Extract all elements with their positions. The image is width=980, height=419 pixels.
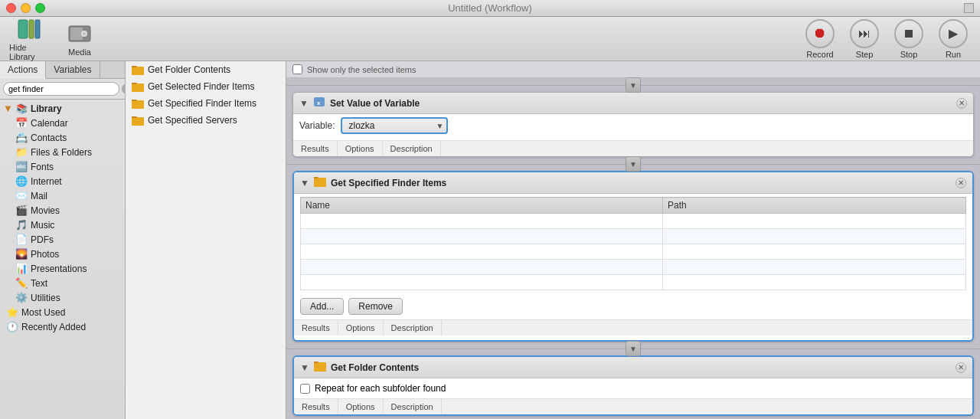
sidebar-item-label-library: Library [31, 103, 62, 114]
card-tab-description-2[interactable]: Description [384, 320, 442, 336]
contacts-icon: 📇 [15, 132, 28, 143]
titlebar: Untitled (Workflow) [0, 0, 980, 17]
svg-rect-2 [35, 20, 40, 38]
step-icon [850, 19, 879, 48]
variable-select[interactable]: zlozka [341, 117, 448, 134]
sidebar-item-internet[interactable]: 🌐 Internet [0, 174, 125, 188]
resize-button[interactable] [964, 3, 974, 13]
action-icon-folder [132, 64, 144, 76]
movies-icon: 🎬 [15, 205, 28, 216]
card-tab-results-2[interactable]: Results [294, 320, 338, 336]
action-get-specified-servers[interactable]: Get Specified Servers [126, 112, 286, 129]
card-expand-icon-2[interactable]: ▼ [300, 178, 309, 188]
sidebar-item-label-recently-added: Recently Added [21, 322, 86, 332]
variable-label: Variable: [299, 120, 335, 131]
svg-rect-10 [132, 117, 144, 126]
resize-handle[interactable]: ⋯ [294, 336, 972, 340]
record-label: Record [806, 50, 833, 59]
card-set-variable-header: ▼ x Set Value of Variable ✕ [293, 93, 973, 114]
sidebar-item-mail[interactable]: ✉️ Mail [0, 188, 125, 203]
svg-rect-0 [18, 20, 28, 38]
card-tab-results-1[interactable]: Results [293, 141, 338, 156]
card-set-variable-title: Set Value of Variable [330, 98, 952, 109]
card-get-folder: ▼ Get Folder Contents ✕ Repeat for each … [292, 355, 974, 416]
svg-text:x: x [317, 100, 321, 106]
sidebar-item-label-files-folders: Files & Folders [31, 147, 92, 158]
card-tab-options-3[interactable]: Options [338, 399, 384, 414]
card-tab-description-1[interactable]: Description [383, 141, 441, 156]
run-label: Run [946, 50, 961, 59]
table-actions: Add... Remove [294, 293, 972, 319]
card-get-specified-icon [314, 175, 326, 190]
connector-1: ▼ [286, 78, 980, 92]
media-button[interactable]: Media [57, 18, 103, 60]
record-button[interactable]: Record [799, 16, 841, 62]
card-get-folder-close[interactable]: ✕ [956, 362, 966, 373]
card-expand-icon[interactable]: ▼ [299, 98, 309, 109]
sidebar-item-recently-added[interactable]: 🕐 Recently Added [0, 319, 125, 334]
sidebar-item-contacts[interactable]: 📇 Contacts [0, 130, 125, 145]
stop-button[interactable]: Stop [888, 16, 929, 62]
svg-rect-8 [132, 83, 144, 92]
action-get-folder-contents[interactable]: Get Folder Contents [126, 61, 286, 78]
tab-variables[interactable]: Variables [46, 61, 100, 78]
sidebar-item-music[interactable]: 🎵 Music [0, 218, 125, 232]
sidebar-item-label-contacts: Contacts [31, 133, 67, 143]
sidebar-item-files-folders[interactable]: 📁 Files & Folders [0, 145, 125, 159]
sidebar-item-most-used[interactable]: ⭐ Most Used [0, 305, 125, 319]
expand-icon-3: ▼ [626, 341, 641, 356]
zoom-button[interactable] [35, 3, 45, 13]
sidebar-item-movies[interactable]: 🎬 Movies [0, 203, 125, 218]
card-tab-options-1[interactable]: Options [338, 141, 383, 156]
card-tab-options-2[interactable]: Options [338, 320, 384, 336]
action-get-specified-finder-items[interactable]: Get Specified Finder Items [126, 95, 286, 112]
show-selected-label: Show only the selected items [307, 65, 416, 74]
close-button[interactable] [6, 3, 16, 13]
sidebar-item-presentations[interactable]: 📊 Presentations [0, 261, 125, 276]
sidebar-item-calendar[interactable]: 📅 Calendar [0, 116, 125, 130]
card-set-variable-close[interactable]: ✕ [956, 98, 967, 109]
subfolder-label: Repeat for each subfolder found [315, 383, 446, 394]
step-button[interactable]: Step [844, 16, 885, 62]
remove-button[interactable]: Remove [348, 298, 403, 315]
subfolder-checkbox[interactable] [300, 384, 310, 394]
presentations-icon: 📊 [15, 263, 28, 274]
card-set-variable-footer: Results Options Description [293, 140, 973, 156]
sidebar-item-utilities[interactable]: ⚙️ Utilities [0, 290, 125, 305]
connector-2: ▼ [286, 157, 980, 171]
card-get-specified-close[interactable]: ✕ [956, 178, 966, 188]
sidebar-item-label-utilities: Utilities [31, 293, 60, 303]
stop-label: Stop [900, 50, 918, 59]
action-icon-selected [132, 80, 144, 93]
hide-library-label: Hide Library [9, 43, 49, 61]
search-input[interactable] [3, 82, 119, 96]
add-button[interactable]: Add... [300, 298, 344, 315]
sidebar-item-pdfs[interactable]: 📄 PDFs [0, 232, 125, 247]
subfolder-row: Repeat for each subfolder found [294, 378, 972, 398]
run-button[interactable]: Run [933, 16, 974, 62]
fonts-icon: 🔤 [15, 161, 28, 172]
variable-select-wrap: zlozka ▼ [341, 117, 448, 134]
stop-icon [894, 19, 923, 48]
action-get-selected-finder-items[interactable]: Get Selected Finder Items [126, 78, 286, 95]
minimize-button[interactable] [21, 3, 31, 13]
card-expand-icon-3[interactable]: ▼ [300, 362, 309, 373]
card-tab-results-3[interactable]: Results [294, 399, 338, 414]
sidebar-item-photos[interactable]: 🌄 Photos [0, 247, 125, 261]
sidebar: ▼ 📚 Library 📅 Calendar 📇 Contacts 📁 File… [0, 100, 125, 419]
sidebar-item-text[interactable]: ✏️ Text [0, 276, 125, 290]
show-selected-checkbox[interactable] [292, 64, 302, 74]
action-icon-servers [132, 114, 144, 126]
card-tab-description-3[interactable]: Description [384, 399, 442, 414]
sidebar-item-fonts[interactable]: 🔤 Fonts [0, 159, 125, 174]
step-label: Step [856, 50, 874, 59]
action-label-get-folder-contents: Get Folder Contents [148, 64, 230, 75]
sidebar-item-library[interactable]: ▼ 📚 Library [0, 101, 125, 116]
hide-library-button[interactable]: Hide Library [6, 14, 52, 64]
pdfs-icon: 📄 [15, 234, 28, 245]
tab-actions[interactable]: Actions [0, 61, 46, 79]
card-set-variable: ▼ x Set Value of Variable ✕ Variable: zl… [292, 92, 974, 157]
action-icon-specified [132, 97, 144, 110]
sidebar-item-label-most-used: Most Used [21, 307, 65, 318]
card-set-variable-icon: x [313, 96, 325, 110]
